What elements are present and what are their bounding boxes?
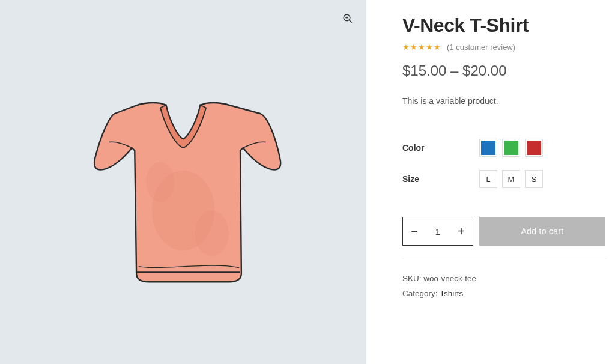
divider [402,259,607,259]
star-icon: ★ [402,43,410,52]
sku-label: SKU: [402,274,422,283]
star-icon: ★ [410,43,417,52]
review-count-link[interactable]: (1 customer review) [447,43,515,52]
color-label: Color [402,143,479,153]
price-range: $15.00 – $20.00 [402,62,615,79]
decrease-quantity-button[interactable]: − [403,217,426,245]
product-description: This is a variable product. [402,96,615,106]
star-icon: ★ [434,43,441,52]
category-label: Category: [402,289,438,298]
size-label: Size [402,174,479,184]
product-image [69,68,297,296]
svg-line-1 [349,20,352,23]
size-swatch-s[interactable]: S [525,170,543,188]
product-title: V-Neck T-Shirt [402,14,615,37]
zoom-icon[interactable] [340,11,356,26]
size-swatch-l[interactable]: L [479,170,497,188]
increase-quantity-button[interactable]: + [450,217,473,245]
star-icon: ★ [426,43,433,52]
product-image-gallery [0,0,366,364]
quantity-stepper: − 1 + [402,217,473,246]
category-meta: Category: Tshirts [402,289,615,298]
star-rating: ★ ★ ★ ★ ★ [402,43,441,52]
color-swatch-green[interactable] [502,139,520,157]
add-to-cart-button[interactable]: Add to cart [479,217,605,246]
size-swatch-m[interactable]: M [502,170,520,188]
sku-meta: SKU: woo-vneck-tee [402,274,615,283]
color-swatch-blue[interactable] [479,139,497,157]
svg-point-6 [195,211,229,256]
sku-value: woo-vneck-tee [423,274,476,283]
category-link[interactable]: Tshirts [440,289,463,298]
star-icon: ★ [418,43,425,52]
quantity-value: 1 [426,226,450,237]
color-swatch-red[interactable] [525,139,543,157]
svg-point-5 [146,162,175,202]
